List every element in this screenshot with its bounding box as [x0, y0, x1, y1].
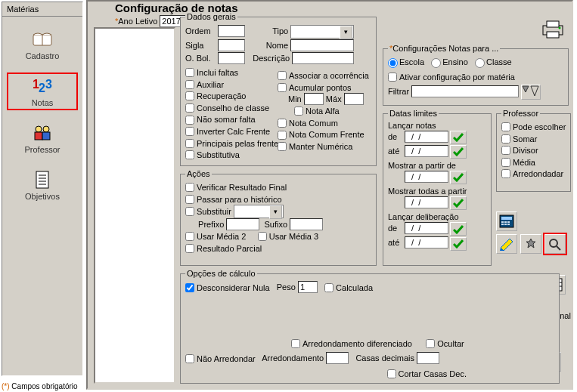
- chk-somar[interactable]: [501, 134, 510, 144]
- lancar-de-input[interactable]: [405, 131, 448, 143]
- arredondamento-input[interactable]: [326, 352, 349, 364]
- filtrar-input[interactable]: [411, 85, 519, 97]
- chk-recuperacao[interactable]: [185, 91, 194, 100]
- sidebar-header: Matérias: [2, 2, 82, 17]
- chk-nao-somar[interactable]: [185, 116, 194, 125]
- svg-point-27: [550, 239, 557, 247]
- chk-cortar-casas[interactable]: [387, 369, 396, 378]
- peso-input[interactable]: [298, 281, 318, 293]
- lg-dados: Dados gerais: [185, 12, 237, 21]
- chk-divisor[interactable]: [501, 146, 510, 155]
- mostrar-partir-input[interactable]: [405, 171, 448, 183]
- chk-associar[interactable]: [278, 71, 287, 80]
- svg-rect-7: [42, 132, 50, 140]
- sidebar-item-professor[interactable]: Professor: [7, 119, 78, 157]
- chk-acumular[interactable]: [278, 83, 287, 92]
- chk-calculada[interactable]: [324, 283, 333, 292]
- chk-nota-alfa[interactable]: [294, 106, 303, 116]
- fs-professor: Professor Pode escolher Somar Divisor Mé…: [496, 109, 571, 192]
- chk-media3[interactable]: [258, 232, 267, 241]
- obol-input[interactable]: [218, 52, 245, 64]
- prefixo-input[interactable]: [226, 218, 259, 230]
- check-mostrar-partir[interactable]: [450, 171, 467, 184]
- chk-auxiliar[interactable]: [185, 80, 194, 89]
- svg-point-5: [43, 126, 49, 132]
- chk-media2[interactable]: [185, 232, 194, 241]
- svg-rect-8: [36, 171, 48, 188]
- printer-icon[interactable]: [540, 18, 566, 39]
- calculator-btn-1[interactable]: [496, 211, 517, 231]
- search-btn[interactable]: [544, 234, 566, 254]
- chk-inverter-calc[interactable]: [185, 127, 194, 136]
- chk-substituir[interactable]: [185, 207, 194, 216]
- tipo-combo[interactable]: [290, 25, 354, 39]
- chk-conselho[interactable]: [185, 103, 194, 113]
- lancar-ate-input[interactable]: [405, 145, 448, 157]
- chk-nao-arredondar[interactable]: [185, 354, 194, 363]
- check-delib-ate[interactable]: [450, 237, 467, 251]
- item-list[interactable]: [94, 27, 175, 384]
- footnote: (*) (*) Campos obrigatórioCampos obrigat…: [2, 382, 78, 390]
- delib-ate-input[interactable]: [405, 236, 448, 248]
- fs-acoes: Ações Verificar Resultado Final Passar p…: [180, 169, 377, 266]
- delib-de-input[interactable]: [405, 222, 448, 234]
- tools-btn[interactable]: [520, 234, 541, 254]
- chk-resultado-parcial[interactable]: [185, 244, 194, 253]
- check-lancar-ate[interactable]: [450, 145, 467, 159]
- svg-point-16: [559, 27, 561, 29]
- svg-point-4: [36, 126, 42, 132]
- radio-classe[interactable]: [475, 58, 485, 68]
- lbl-tipo: Tipo: [252, 26, 288, 35]
- sidebar-item-notas[interactable]: 123 Notas: [7, 73, 78, 110]
- sidebar-label-professor: Professor: [24, 145, 60, 154]
- fs-opcoes-calculo: Opções de cálculo Desconsiderar Nula Pes…: [180, 269, 560, 384]
- chk-nota-comum-frente[interactable]: [278, 131, 287, 140]
- objetivos-icon: [30, 169, 54, 190]
- min-input[interactable]: [304, 93, 324, 105]
- chk-passar[interactable]: [185, 195, 194, 204]
- svg-marker-17: [523, 86, 529, 92]
- svg-rect-25: [504, 224, 507, 225]
- sidebar-label-cadastro: Cadastro: [26, 51, 60, 60]
- chk-media[interactable]: [501, 158, 510, 167]
- nome-input[interactable]: [290, 39, 354, 51]
- mostrar-todas-input[interactable]: [405, 196, 448, 208]
- sidebar: Matérias Cadastro 123 Notas Professor Ob…: [2, 2, 83, 376]
- check-mostrar-todas[interactable]: [450, 196, 467, 210]
- check-delib-de[interactable]: [450, 222, 467, 236]
- chk-arred-dif[interactable]: [291, 339, 300, 348]
- chk-ocultar[interactable]: [426, 339, 435, 348]
- ordem-input[interactable]: [218, 25, 245, 37]
- chk-principais[interactable]: [185, 139, 194, 148]
- pencil-btn[interactable]: [496, 234, 517, 254]
- lbl-ordem: Ordem: [185, 26, 216, 35]
- sufixo-input[interactable]: [290, 218, 323, 230]
- chk-arredondadar[interactable]: [501, 169, 510, 178]
- chk-manter-num[interactable]: [278, 142, 287, 151]
- sidebar-item-objetivos[interactable]: Objetivos: [7, 166, 78, 204]
- casas-input[interactable]: [417, 352, 439, 364]
- ano-letivo-label: Ano Letivo: [118, 17, 157, 26]
- filter-shape-button[interactable]: [521, 85, 541, 100]
- svg-rect-20: [501, 217, 512, 220]
- sigla-input[interactable]: [218, 39, 245, 51]
- chk-inclui-faltas[interactable]: [185, 68, 194, 77]
- sidebar-item-cadastro[interactable]: Cadastro: [7, 26, 78, 63]
- chk-substitutiva[interactable]: [185, 150, 194, 159]
- chk-nota-comum[interactable]: [278, 119, 287, 128]
- check-lancar-de[interactable]: [450, 131, 467, 144]
- max-input[interactable]: [344, 93, 364, 105]
- main: Configuração de notas *Ano Letivo Dados …: [86, 0, 573, 390]
- chk-ativar-materia[interactable]: [388, 73, 397, 82]
- radio-escola[interactable]: [388, 58, 398, 68]
- substituir-combo[interactable]: [234, 205, 284, 218]
- chk-desconsiderar[interactable]: [185, 283, 194, 292]
- chk-pode-escolher[interactable]: [501, 122, 510, 131]
- descricao-input[interactable]: [292, 52, 354, 64]
- svg-text:3: 3: [45, 78, 52, 91]
- fs-datas: Datas limites Lançar notas de até Mostra…: [383, 109, 492, 266]
- radio-ensino[interactable]: [431, 58, 441, 68]
- svg-rect-15: [547, 32, 559, 38]
- sidebar-label-notas: Notas: [32, 98, 54, 107]
- chk-verificar[interactable]: [185, 183, 194, 192]
